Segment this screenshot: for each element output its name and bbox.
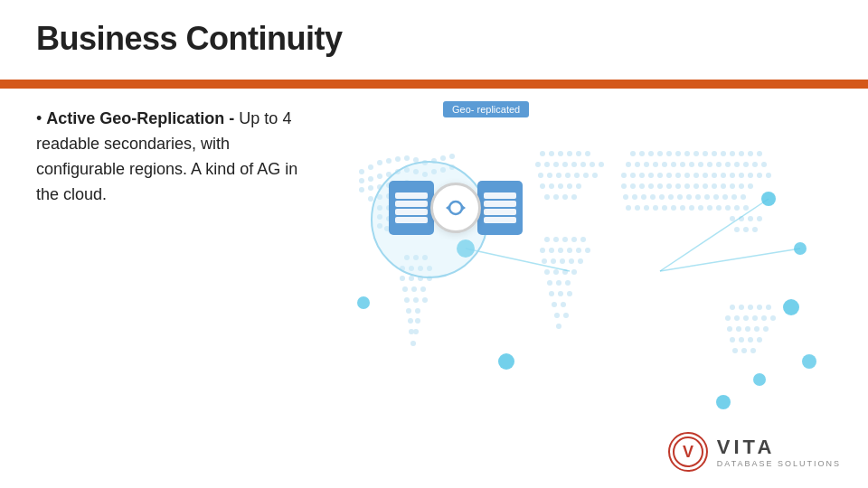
db-layer bbox=[484, 217, 516, 223]
svg-point-103 bbox=[558, 248, 563, 253]
svg-point-49 bbox=[400, 276, 405, 281]
svg-point-59 bbox=[406, 308, 411, 314]
svg-point-155 bbox=[743, 162, 749, 167]
svg-point-139 bbox=[739, 151, 744, 156]
svg-point-218 bbox=[730, 216, 735, 221]
svg-point-4 bbox=[395, 156, 401, 162]
page: Business Continuity • Active Geo-Replica… bbox=[0, 0, 868, 488]
svg-point-132 bbox=[675, 151, 681, 156]
svg-point-182 bbox=[684, 183, 690, 189]
svg-point-181 bbox=[675, 183, 681, 189]
svg-point-243 bbox=[748, 337, 753, 343]
svg-point-53 bbox=[402, 286, 408, 292]
db-layer bbox=[395, 209, 428, 215]
svg-point-121 bbox=[567, 291, 572, 296]
svg-point-233 bbox=[752, 315, 758, 321]
svg-point-50 bbox=[409, 276, 414, 281]
svg-point-13 bbox=[377, 174, 382, 179]
svg-point-5 bbox=[404, 155, 410, 161]
svg-point-143 bbox=[635, 162, 640, 167]
svg-point-158 bbox=[621, 173, 627, 178]
svg-point-153 bbox=[725, 162, 731, 167]
svg-point-255 bbox=[753, 373, 766, 386]
svg-point-145 bbox=[653, 162, 658, 167]
svg-point-157 bbox=[761, 162, 767, 167]
svg-point-172 bbox=[748, 173, 753, 178]
svg-point-104 bbox=[567, 248, 572, 253]
svg-point-2 bbox=[377, 160, 382, 165]
sync-circle bbox=[430, 183, 481, 233]
svg-line-258 bbox=[660, 199, 769, 271]
svg-point-150 bbox=[698, 162, 703, 167]
svg-point-195 bbox=[668, 194, 674, 200]
db-layer bbox=[484, 201, 516, 207]
svg-point-146 bbox=[662, 162, 667, 167]
svg-point-92 bbox=[544, 194, 550, 200]
svg-point-91 bbox=[576, 183, 581, 189]
svg-point-206 bbox=[644, 205, 649, 211]
bullet-section: • Active Geo-Replication - Up to 4 reada… bbox=[36, 107, 307, 208]
svg-point-193 bbox=[650, 194, 656, 200]
svg-point-80 bbox=[538, 173, 543, 178]
svg-point-237 bbox=[736, 326, 741, 332]
svg-point-192 bbox=[641, 194, 646, 200]
svg-point-190 bbox=[623, 194, 628, 200]
svg-point-225 bbox=[730, 305, 735, 310]
svg-point-185 bbox=[712, 183, 717, 189]
svg-point-209 bbox=[671, 205, 676, 211]
center-icons bbox=[389, 181, 523, 235]
svg-point-112 bbox=[544, 269, 550, 275]
svg-point-82 bbox=[556, 173, 561, 178]
svg-point-99 bbox=[571, 237, 577, 242]
svg-point-156 bbox=[752, 162, 758, 167]
svg-point-217 bbox=[743, 205, 749, 211]
svg-point-171 bbox=[739, 173, 744, 178]
svg-point-213 bbox=[707, 205, 712, 211]
svg-point-55 bbox=[420, 286, 426, 292]
bullet-text: • Active Geo-Replication - Up to 4 reada… bbox=[36, 107, 307, 208]
svg-point-161 bbox=[648, 173, 654, 178]
sync-icon bbox=[442, 194, 469, 221]
svg-point-204 bbox=[626, 205, 631, 211]
db-stack-left bbox=[395, 192, 428, 223]
svg-point-10 bbox=[449, 154, 455, 159]
svg-point-240 bbox=[763, 326, 769, 332]
svg-point-211 bbox=[689, 205, 694, 211]
svg-point-227 bbox=[748, 305, 753, 310]
svg-point-159 bbox=[630, 173, 636, 178]
db-stack-right bbox=[484, 192, 516, 223]
svg-point-188 bbox=[739, 183, 744, 189]
svg-point-116 bbox=[547, 280, 552, 286]
svg-line-259 bbox=[660, 249, 800, 271]
svg-point-66 bbox=[540, 151, 545, 156]
svg-point-67 bbox=[549, 151, 554, 156]
svg-point-168 bbox=[712, 173, 717, 178]
svg-point-84 bbox=[574, 173, 580, 178]
db-layer bbox=[484, 209, 516, 215]
svg-point-178 bbox=[648, 183, 654, 189]
svg-point-102 bbox=[549, 248, 554, 253]
svg-point-136 bbox=[712, 151, 717, 156]
svg-point-98 bbox=[562, 237, 568, 242]
svg-point-208 bbox=[662, 205, 667, 211]
svg-point-95 bbox=[571, 194, 577, 200]
svg-point-207 bbox=[653, 205, 658, 211]
svg-point-61 bbox=[408, 318, 413, 324]
svg-point-9 bbox=[440, 155, 446, 161]
svg-point-106 bbox=[585, 248, 590, 253]
svg-point-96 bbox=[544, 237, 550, 242]
db-layer bbox=[395, 217, 428, 223]
svg-point-133 bbox=[684, 151, 690, 156]
svg-point-68 bbox=[558, 151, 563, 156]
svg-point-101 bbox=[540, 248, 545, 253]
svg-point-140 bbox=[748, 151, 753, 156]
svg-point-235 bbox=[770, 315, 776, 321]
svg-point-138 bbox=[730, 151, 735, 156]
svg-point-167 bbox=[703, 173, 708, 178]
svg-point-130 bbox=[657, 151, 663, 156]
vita-v-svg: V bbox=[672, 436, 704, 468]
svg-point-226 bbox=[739, 305, 744, 310]
svg-marker-261 bbox=[446, 205, 449, 211]
svg-point-131 bbox=[666, 151, 672, 156]
svg-point-1 bbox=[368, 164, 373, 170]
